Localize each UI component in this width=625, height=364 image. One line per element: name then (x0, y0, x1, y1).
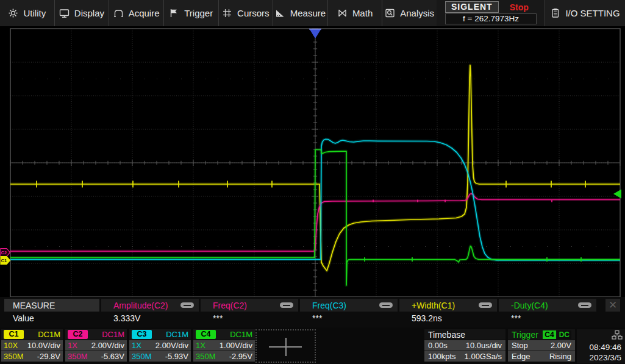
status-bar: C1 DC1M 10X 10.0V/div 350M -29.8VC2 DC1M… (0, 327, 625, 364)
measurement-value: 3.333V (113, 313, 140, 323)
timebase-box[interactable]: Timebase 0.00s10.0us/div 100kpts1.00GSa/… (424, 329, 505, 362)
remove-measurement-button[interactable] (280, 302, 293, 308)
menu-item-math[interactable]: Math (327, 0, 382, 26)
flag-icon (169, 8, 179, 18)
measurement-header-5[interactable]: -Duty(C4) (499, 299, 596, 312)
measurement-value: *** (213, 313, 223, 323)
measurement-header-3[interactable]: Freq(C3) (300, 299, 398, 312)
menu-items: UtilityDisplayAcquireTriggerCursorsMeasu… (0, 0, 437, 26)
channel-box-c1[interactable]: C1 DC1M 10X 10.0V/div 350M -29.8V (1, 329, 63, 363)
trigger-coupling-badge: DC (557, 330, 571, 339)
channel-offset: -2.95V (229, 352, 252, 361)
measure-panel-title: MEASURE (4, 299, 99, 312)
math-icon (337, 8, 348, 18)
channel-box-c4[interactable]: C4 DC1M 1X 1.00V/div 350M -2.95V (193, 329, 255, 363)
channel-bandwidth: 350M (196, 352, 216, 361)
channel-scale: 1.00V/div (220, 341, 252, 350)
remove-measurement-button[interactable] (479, 302, 492, 308)
menu-item-measure[interactable]: Measure (273, 0, 327, 26)
trigger-type: Edge (512, 352, 530, 361)
sample-rate: 1.00GSa/s (465, 352, 502, 361)
crosshair-icon (285, 338, 287, 356)
measure-icon (275, 8, 285, 18)
clipboard-icon (550, 8, 560, 18)
channel-coupling: DC1M (230, 330, 252, 339)
trigger-level: 2.00V (551, 341, 571, 350)
trigger-box[interactable]: Trigger C4 DC Stop2.00V EdgeRising (508, 329, 575, 362)
acquire-icon (113, 8, 124, 18)
menu-item-label: Utility (23, 8, 46, 18)
channel-coupling: DC1M (38, 330, 60, 339)
system-time: 08:49:46 (589, 343, 621, 352)
channel-coupling: DC1M (166, 330, 188, 339)
menu-item-cursors[interactable]: Cursors (218, 0, 273, 26)
siglent-logo: SIGLENT (445, 1, 499, 13)
menu-item-acquire[interactable]: Acquire (109, 0, 163, 26)
measure-row-label: Value (13, 313, 34, 323)
channel-probe: 1X (68, 341, 77, 350)
crosshair-box[interactable] (255, 329, 316, 363)
channel-offset: -5.63V (101, 352, 124, 361)
measurement-header-2[interactable]: Freq(C2) (201, 299, 298, 312)
brand-cluster: SIGLENT Stop f = 262.7973Hz (437, 0, 545, 26)
display-icon (59, 8, 70, 18)
menu-item-io-setting[interactable]: I/O SETTING (545, 0, 625, 26)
trigger-status: Stop (512, 341, 528, 350)
timebase-title: Timebase (428, 330, 465, 340)
menu-item-label: Cursors (237, 8, 270, 18)
channel-probe: 1X (196, 341, 205, 350)
remove-measurement-button[interactable] (578, 302, 591, 308)
trigger-frequency-readout: f = 262.7973Hz (445, 13, 537, 24)
menu-item-utility[interactable]: Utility (0, 0, 54, 26)
channel-tag: C1 (4, 330, 24, 339)
channel-offset: -5.93V (165, 352, 188, 361)
menu-item-display[interactable]: Display (54, 0, 109, 26)
timebase-delay: 0.00s (428, 341, 448, 350)
measurement-label: Freq(C2) (201, 301, 247, 310)
menu-item-label: Trigger (184, 8, 213, 18)
channel-tag: C3 (132, 330, 152, 339)
clock-box: 08:49:46 2023/3/5 (577, 329, 625, 363)
waveform-display[interactable]: C2C1 (0, 26, 625, 299)
measurement-header-1[interactable]: Amplitude(C2) (101, 299, 199, 312)
trigger-position-marker[interactable] (309, 29, 321, 38)
analysis-icon (385, 8, 395, 18)
channel-offset: -29.8V (37, 352, 60, 361)
measurement-header-4[interactable]: +Width(C1) (399, 299, 497, 312)
menu-item-label: Analysis (400, 8, 434, 18)
measurement-label: -Duty(C4) (499, 301, 548, 310)
menu-item-label: Math (352, 8, 373, 18)
channel-marker-label: C1 (1, 258, 7, 263)
menu-item-label: Display (74, 8, 104, 18)
trigger-level-marker[interactable] (613, 190, 621, 199)
menu-item-label: I/O SETTING (565, 8, 620, 18)
measurement-label: Amplitude(C2) (101, 301, 168, 310)
menu-item-label: Measure (290, 8, 326, 18)
channel-scale: 2.00V/div (155, 341, 188, 350)
timebase-points: 100kpts (428, 352, 456, 361)
remove-measurement-button[interactable] (379, 302, 393, 308)
channel-tag: C2 (68, 330, 88, 339)
gear-icon (8, 8, 18, 18)
close-icon[interactable]: ✕ (605, 299, 620, 312)
network-icon (612, 330, 623, 343)
timebase-scale: 10.0us/div (466, 341, 502, 350)
menu-item-analysis[interactable]: Analysis (382, 0, 437, 26)
trigger-source-badge: C4 (543, 330, 555, 339)
acquisition-status: Stop (510, 2, 529, 12)
channel-box-c3[interactable]: C3 DC1M 1X 2.00V/div 350M -5.93V (129, 329, 191, 363)
channel-box-c2[interactable]: C2 DC1M 1X 2.00V/div 350M -5.63V (65, 329, 127, 363)
remove-measurement-button[interactable] (180, 302, 194, 308)
menu-item-trigger[interactable]: Trigger (163, 0, 218, 26)
channel-probe: 10X (4, 341, 18, 350)
channel-probe: 1X (132, 341, 141, 350)
measurement-label: Freq(C3) (300, 301, 346, 310)
measurement-value: *** (312, 313, 322, 323)
measurement-label: +Width(C1) (399, 301, 455, 310)
measurement-value: *** (511, 313, 521, 323)
trigger-slope: Rising (549, 352, 571, 361)
channel-scale: 2.00V/div (91, 341, 124, 350)
channel-tag: C4 (196, 330, 216, 339)
channel-scale: 10.0V/div (27, 341, 60, 350)
menu-item-label: Acquire (129, 8, 160, 18)
